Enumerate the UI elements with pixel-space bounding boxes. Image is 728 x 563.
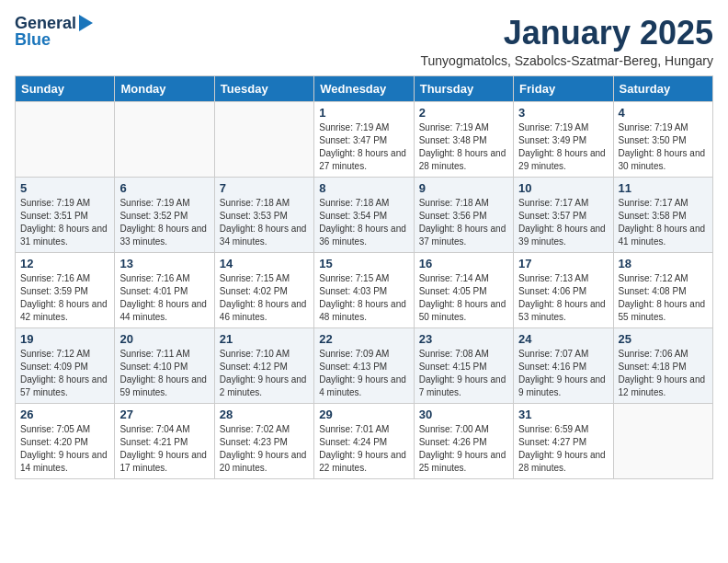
day-number: 2 [419,106,508,120]
calendar-cell: 28Sunrise: 7:02 AM Sunset: 4:23 PM Dayli… [214,403,313,478]
calendar-cell [214,101,313,177]
calendar-cell: 7Sunrise: 7:18 AM Sunset: 3:53 PM Daylig… [214,177,313,252]
calendar-week-2: 5Sunrise: 7:19 AM Sunset: 3:51 PM Daylig… [16,177,713,252]
day-number: 16 [419,257,508,270]
day-number: 6 [119,181,209,195]
day-number: 22 [319,332,408,346]
day-number: 23 [419,332,508,346]
day-number: 18 [619,257,708,270]
calendar-cell: 30Sunrise: 7:00 AM Sunset: 4:26 PM Dayli… [414,403,513,478]
weekday-header-row: SundayMondayTuesdayWednesdayThursdayFrid… [16,75,713,101]
day-info: Sunrise: 7:17 AM Sunset: 3:58 PM Dayligh… [619,197,708,248]
calendar-cell [613,403,712,478]
day-info: Sunrise: 7:12 AM Sunset: 4:09 PM Dayligh… [20,348,109,399]
calendar: SundayMondayTuesdayWednesdayThursdayFrid… [15,75,713,479]
calendar-cell: 11Sunrise: 7:17 AM Sunset: 3:58 PM Dayli… [613,177,712,252]
day-info: Sunrise: 7:19 AM Sunset: 3:52 PM Dayligh… [119,197,209,248]
day-info: Sunrise: 7:02 AM Sunset: 4:23 PM Dayligh… [220,423,309,475]
day-info: Sunrise: 7:13 AM Sunset: 4:06 PM Dayligh… [518,272,608,324]
calendar-cell [16,101,115,177]
weekday-header-saturday: Saturday [613,75,712,101]
weekday-header-sunday: Sunday [16,75,115,101]
day-info: Sunrise: 7:17 AM Sunset: 3:57 PM Dayligh… [518,197,608,248]
day-info: Sunrise: 7:11 AM Sunset: 4:10 PM Dayligh… [119,348,209,399]
day-number: 20 [119,332,209,346]
calendar-cell: 16Sunrise: 7:14 AM Sunset: 4:05 PM Dayli… [414,252,513,327]
day-number: 8 [319,181,408,195]
calendar-cell: 12Sunrise: 7:16 AM Sunset: 3:59 PM Dayli… [16,252,115,327]
calendar-cell: 8Sunrise: 7:18 AM Sunset: 3:54 PM Daylig… [314,177,414,252]
calendar-cell: 31Sunrise: 6:59 AM Sunset: 4:27 PM Dayli… [514,403,613,478]
calendar-week-3: 12Sunrise: 7:16 AM Sunset: 3:59 PM Dayli… [16,252,713,327]
calendar-cell: 15Sunrise: 7:15 AM Sunset: 4:03 PM Dayli… [314,252,414,327]
logo-blue: Blue [15,31,51,50]
calendar-cell: 5Sunrise: 7:19 AM Sunset: 3:51 PM Daylig… [16,177,115,252]
calendar-cell: 26Sunrise: 7:05 AM Sunset: 4:20 PM Dayli… [16,403,115,478]
calendar-cell: 19Sunrise: 7:12 AM Sunset: 4:09 PM Dayli… [16,327,115,403]
day-number: 15 [319,257,408,270]
weekday-header-monday: Monday [115,75,214,101]
calendar-week-4: 19Sunrise: 7:12 AM Sunset: 4:09 PM Dayli… [16,327,713,403]
calendar-week-1: 1Sunrise: 7:19 AM Sunset: 3:47 PM Daylig… [16,101,713,177]
day-info: Sunrise: 7:19 AM Sunset: 3:51 PM Dayligh… [20,197,109,248]
month-title: January 2025 [421,15,714,52]
day-number: 19 [20,332,109,346]
calendar-cell: 17Sunrise: 7:13 AM Sunset: 4:06 PM Dayli… [514,252,613,327]
title-block: January 2025 Tunyogmatolcs, Szabolcs-Sza… [421,15,714,68]
day-info: Sunrise: 7:19 AM Sunset: 3:48 PM Dayligh… [419,121,508,173]
calendar-cell: 21Sunrise: 7:10 AM Sunset: 4:12 PM Dayli… [214,327,313,403]
weekday-header-friday: Friday [514,75,613,101]
day-info: Sunrise: 7:05 AM Sunset: 4:20 PM Dayligh… [20,423,109,475]
calendar-cell: 4Sunrise: 7:19 AM Sunset: 3:50 PM Daylig… [613,101,712,177]
calendar-week-5: 26Sunrise: 7:05 AM Sunset: 4:20 PM Dayli… [16,403,713,478]
day-info: Sunrise: 7:19 AM Sunset: 3:50 PM Dayligh… [619,121,708,173]
logo: General Blue [15,15,93,50]
day-number: 30 [419,408,508,421]
day-number: 25 [619,332,708,346]
day-info: Sunrise: 7:07 AM Sunset: 4:16 PM Dayligh… [518,348,608,399]
day-info: Sunrise: 7:00 AM Sunset: 4:26 PM Dayligh… [419,423,508,475]
day-info: Sunrise: 7:19 AM Sunset: 3:49 PM Dayligh… [518,121,608,173]
calendar-cell: 10Sunrise: 7:17 AM Sunset: 3:57 PM Dayli… [514,177,613,252]
day-info: Sunrise: 7:10 AM Sunset: 4:12 PM Dayligh… [220,348,309,399]
calendar-cell: 23Sunrise: 7:08 AM Sunset: 4:15 PM Dayli… [414,327,513,403]
day-number: 4 [619,106,708,120]
calendar-cell: 3Sunrise: 7:19 AM Sunset: 3:49 PM Daylig… [514,101,613,177]
day-number: 26 [20,408,109,421]
day-number: 24 [518,332,608,346]
day-info: Sunrise: 7:16 AM Sunset: 4:01 PM Dayligh… [119,272,209,324]
calendar-cell: 9Sunrise: 7:18 AM Sunset: 3:56 PM Daylig… [414,177,513,252]
calendar-cell: 29Sunrise: 7:01 AM Sunset: 4:24 PM Dayli… [314,403,414,478]
day-info: Sunrise: 7:12 AM Sunset: 4:08 PM Dayligh… [619,272,708,324]
day-number: 7 [220,181,309,195]
day-info: Sunrise: 7:08 AM Sunset: 4:15 PM Dayligh… [419,348,508,399]
day-info: Sunrise: 7:14 AM Sunset: 4:05 PM Dayligh… [419,272,508,324]
calendar-cell: 27Sunrise: 7:04 AM Sunset: 4:21 PM Dayli… [115,403,214,478]
day-number: 1 [319,106,408,120]
calendar-cell: 22Sunrise: 7:09 AM Sunset: 4:13 PM Dayli… [314,327,414,403]
day-info: Sunrise: 7:09 AM Sunset: 4:13 PM Dayligh… [319,348,408,399]
calendar-cell: 1Sunrise: 7:19 AM Sunset: 3:47 PM Daylig… [314,101,414,177]
calendar-cell: 14Sunrise: 7:15 AM Sunset: 4:02 PM Dayli… [214,252,313,327]
day-number: 11 [619,181,708,195]
calendar-cell: 24Sunrise: 7:07 AM Sunset: 4:16 PM Dayli… [514,327,613,403]
page-header: General Blue January 2025 Tunyogmatolcs,… [15,15,713,68]
calendar-cell: 18Sunrise: 7:12 AM Sunset: 4:08 PM Dayli… [613,252,712,327]
day-info: Sunrise: 7:18 AM Sunset: 3:53 PM Dayligh… [220,197,309,248]
day-number: 29 [319,408,408,421]
day-info: Sunrise: 7:19 AM Sunset: 3:47 PM Dayligh… [319,121,408,173]
weekday-header-tuesday: Tuesday [214,75,313,101]
day-info: Sunrise: 7:01 AM Sunset: 4:24 PM Dayligh… [319,423,408,475]
weekday-header-thursday: Thursday [414,75,513,101]
day-number: 13 [119,257,209,270]
day-number: 9 [419,181,508,195]
day-number: 28 [220,408,309,421]
day-number: 31 [518,408,608,421]
calendar-cell: 2Sunrise: 7:19 AM Sunset: 3:48 PM Daylig… [414,101,513,177]
day-number: 10 [518,181,608,195]
day-number: 27 [119,408,209,421]
calendar-cell [115,101,214,177]
day-number: 5 [20,181,109,195]
day-number: 12 [20,257,109,270]
day-info: Sunrise: 7:16 AM Sunset: 3:59 PM Dayligh… [20,272,109,324]
